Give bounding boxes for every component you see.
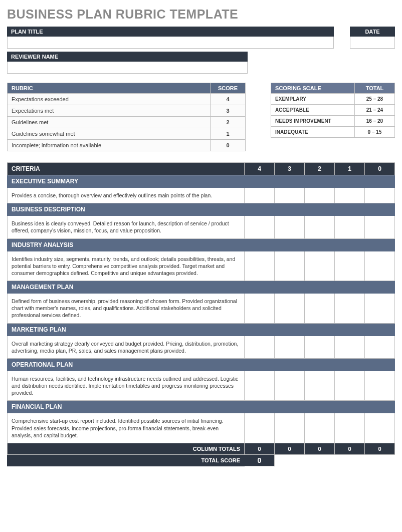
criteria-desc: Defined form of business ownership, prov… xyxy=(8,294,245,324)
rubric-header: RUBRIC xyxy=(8,83,211,94)
scale-range: 21 – 24 xyxy=(355,105,395,116)
score-cell[interactable] xyxy=(335,251,365,281)
total-header: TOTAL xyxy=(355,83,395,94)
date-label: DATE xyxy=(350,27,395,37)
score-cell[interactable] xyxy=(305,413,335,443)
column-total: 0 xyxy=(335,443,365,454)
score-cell[interactable] xyxy=(245,251,275,281)
date-input[interactable] xyxy=(350,37,395,49)
rubric-score: 4 xyxy=(211,94,246,105)
scale-header: SCORING SCALE xyxy=(271,83,355,94)
score-cell[interactable] xyxy=(335,413,365,443)
score-cell[interactable] xyxy=(305,294,335,324)
score-cell[interactable] xyxy=(275,413,305,443)
rubric-score: 1 xyxy=(211,128,246,140)
score-cell[interactable] xyxy=(245,216,275,238)
plan-title-label: PLAN TITLE xyxy=(7,27,334,37)
criteria-desc: Business idea is clearly conveyed. Detai… xyxy=(8,216,245,238)
score-cell[interactable] xyxy=(335,371,365,401)
rubric-score: 0 xyxy=(211,140,246,151)
criteria-desc: Overall marketing strategy clearly conve… xyxy=(8,336,245,358)
rubric-score: 2 xyxy=(211,117,246,128)
column-total: 0 xyxy=(365,443,395,454)
criteria-col: 4 xyxy=(245,163,275,175)
score-cell[interactable] xyxy=(335,216,365,238)
scale-range: 25 – 28 xyxy=(355,94,395,105)
total-score-label: TOTAL SCORE xyxy=(8,454,245,466)
criteria-desc: Human resources, facilities, and technol… xyxy=(8,371,245,401)
criteria-section: EXECUTIVE SUMMARY xyxy=(8,175,395,188)
page-title: BUSINESS PLAN RUBRIC TEMPLATE xyxy=(7,7,395,22)
criteria-section: OPERATIONAL PLAN xyxy=(8,358,395,371)
total-score-value: 0 xyxy=(245,454,275,466)
criteria-section: MARKETING PLAN xyxy=(8,323,395,336)
scale-label: EXEMPLARY xyxy=(271,94,355,105)
criteria-desc: Identifies industry size, segments, matu… xyxy=(8,251,245,281)
column-total: 0 xyxy=(275,443,305,454)
criteria-col: 2 xyxy=(305,163,335,175)
scale-label: ACCEPTABLE xyxy=(271,105,355,116)
rubric-table: RUBRIC SCORE Expectations exceeded4 Expe… xyxy=(7,83,246,151)
criteria-section: INDUSTRY ANALYSIS xyxy=(8,238,395,251)
score-cell[interactable] xyxy=(365,251,395,281)
rubric-label: Guidelines somewhat met xyxy=(8,128,211,140)
criteria-table: CRITERIA 4 3 2 1 0 EXECUTIVE SUMMARY Pro… xyxy=(7,162,395,466)
score-cell[interactable] xyxy=(365,294,395,324)
score-cell[interactable] xyxy=(245,371,275,401)
plan-title-input[interactable] xyxy=(7,37,334,49)
score-cell[interactable] xyxy=(305,216,335,238)
score-cell[interactable] xyxy=(245,413,275,443)
scale-label: INADEQUATE xyxy=(271,127,355,138)
criteria-desc: Comprehensive start-up cost report inclu… xyxy=(8,413,245,443)
scale-range: 0 – 15 xyxy=(355,127,395,138)
criteria-section: FINANCIAL PLAN xyxy=(8,401,395,413)
criteria-desc: Provides a concise, thorough overview an… xyxy=(8,188,245,203)
score-cell[interactable] xyxy=(365,371,395,401)
score-cell[interactable] xyxy=(275,294,305,324)
score-cell[interactable] xyxy=(245,188,275,203)
score-cell[interactable] xyxy=(275,336,305,358)
criteria-col: 0 xyxy=(365,163,395,175)
rubric-label: Incomplete; information not available xyxy=(8,140,211,151)
rubric-label: Expectations met xyxy=(8,105,211,117)
score-cell[interactable] xyxy=(305,336,335,358)
criteria-col: 1 xyxy=(335,163,365,175)
criteria-section: BUSINESS DESCRIPTION xyxy=(8,203,395,216)
criteria-section: MANAGEMENT PLAN xyxy=(8,281,395,294)
score-cell[interactable] xyxy=(335,294,365,324)
score-cell[interactable] xyxy=(275,251,305,281)
column-totals-label: COLUMN TOTALS xyxy=(8,443,245,454)
score-cell[interactable] xyxy=(335,336,365,358)
score-cell[interactable] xyxy=(365,216,395,238)
criteria-header: CRITERIA xyxy=(8,163,245,175)
column-total: 0 xyxy=(245,443,275,454)
scoring-scale-table: SCORING SCALE TOTAL EXEMPLARY25 – 28 ACC… xyxy=(271,83,395,138)
rubric-score: 3 xyxy=(211,105,246,117)
score-cell[interactable] xyxy=(275,216,305,238)
score-cell[interactable] xyxy=(275,188,305,203)
score-cell[interactable] xyxy=(305,371,335,401)
scale-label: NEEDS IMPROVEMENT xyxy=(271,116,355,127)
criteria-col: 3 xyxy=(275,163,305,175)
score-cell[interactable] xyxy=(365,413,395,443)
score-cell[interactable] xyxy=(245,294,275,324)
score-cell[interactable] xyxy=(305,251,335,281)
score-cell[interactable] xyxy=(365,336,395,358)
column-total: 0 xyxy=(305,443,335,454)
reviewer-input[interactable] xyxy=(7,62,248,74)
score-cell[interactable] xyxy=(305,188,335,203)
score-cell[interactable] xyxy=(275,371,305,401)
score-cell[interactable] xyxy=(335,188,365,203)
rubric-label: Expectations exceeded xyxy=(8,94,211,105)
scale-range: 16 – 20 xyxy=(355,116,395,127)
score-cell[interactable] xyxy=(365,188,395,203)
score-cell[interactable] xyxy=(245,336,275,358)
reviewer-label: REVIEWER NAME xyxy=(7,52,248,62)
rubric-label: Guidelines met xyxy=(8,117,211,128)
score-header: SCORE xyxy=(211,83,246,94)
